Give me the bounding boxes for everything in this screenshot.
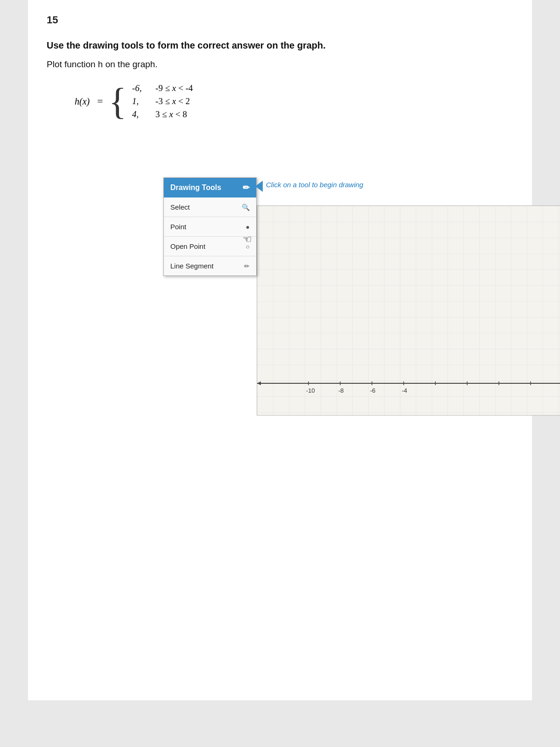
svg-rect-1 [257,206,560,416]
select-icon: 🔍 [242,204,250,211]
page-container: 15 Use the drawing tools to form the cor… [0,0,560,747]
pencil-icon: ✏ [243,183,250,193]
tool-select-label: Select [170,203,190,211]
svg-text:-10: -10 [306,387,315,394]
equals-sign: = [97,95,103,107]
piecewise-val-1: -6, [132,83,146,93]
tool-point[interactable]: Point ● [164,217,256,237]
function-definition: h(x) = { -6, -9 ≤ x < -4 1, -3 ≤ x < 2 4… [75,83,513,120]
tool-open-point-label: Open Point [170,242,205,250]
piecewise-val-3: 4, [132,109,146,120]
piecewise-table: -6, -9 ≤ x < -4 1, -3 ≤ x < 2 4, 3 ≤ x <… [132,83,193,120]
svg-text:-8: -8 [338,387,344,394]
piecewise-row-3: 4, 3 ≤ x < 8 [132,109,193,120]
click-hint-text: Click on a tool to begin drawing [266,181,363,189]
tool-line-segment[interactable]: Line Segment ✏ [164,256,256,275]
piecewise-cond-1: -9 ≤ x < -4 [155,83,193,93]
tool-open-point[interactable]: Open Point ○ [164,237,256,256]
piecewise-val-2: 1, [132,96,146,106]
tool-select[interactable]: Select 🔍 [164,197,256,217]
instruction-bold: Use the drawing tools to form the correc… [47,40,513,51]
piecewise-cond-2: -3 ≤ x < 2 [155,96,190,106]
tool-line-segment-label: Line Segment [170,262,214,270]
svg-text:-4: -4 [402,387,407,394]
open-point-icon: ○ [246,243,250,250]
svg-text:-6: -6 [370,387,376,394]
piecewise-row-2: 1, -3 ≤ x < 2 [132,96,193,106]
left-brace: { [109,83,126,120]
tool-point-label: Point [170,223,186,231]
piecewise-row-1: -6, -9 ≤ x < -4 [132,83,193,93]
panel-collapse-arrow[interactable] [255,181,263,192]
question-number: 15 [47,14,513,26]
graph-area[interactable]: -10 -8 -6 -4 [257,205,560,416]
graph-grid-svg: -10 -8 -6 -4 [257,206,560,416]
drawing-tools-title: Drawing Tools [170,183,221,192]
drawing-tools-header: Drawing Tools ✏ [164,178,256,197]
line-segment-icon: ✏ [244,262,250,270]
white-area: 15 Use the drawing tools to form the cor… [28,0,532,700]
piecewise-cond-3: 3 ≤ x < 8 [155,109,187,120]
instruction-normal: Plot function h on the graph. [47,59,513,70]
drawing-tools-panel: Drawing Tools ✏ Select 🔍 Point ● Open Po… [163,177,257,276]
point-icon: ● [246,223,250,231]
function-label: h(x) [75,96,90,107]
